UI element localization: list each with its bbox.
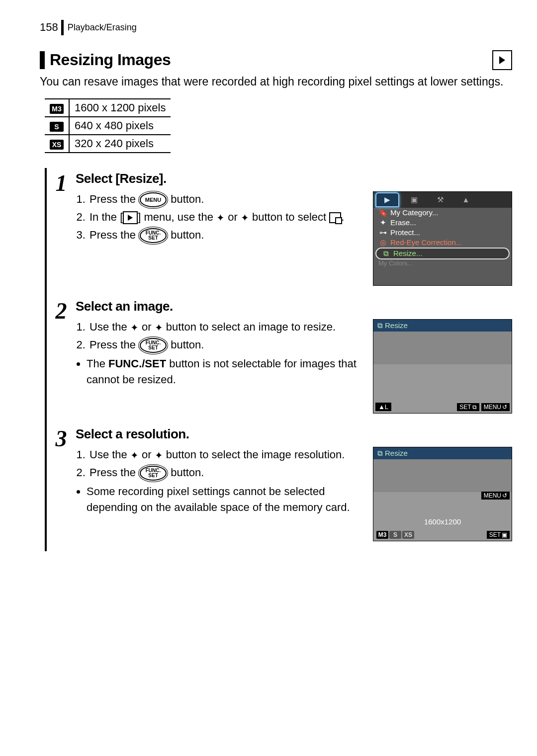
step-number: 2	[50, 300, 73, 323]
arrow-up-icon: ✦	[216, 212, 225, 223]
size-badge-s: S	[50, 122, 64, 132]
table-row: XS 320 x 240 pixels	[45, 135, 171, 153]
page-header: 158 Playback/Erasing	[40, 20, 512, 35]
page-title: Resizing Images	[50, 51, 171, 69]
size-label: 640 x 480 pixels	[69, 117, 171, 135]
chip-xs: XS	[402, 531, 414, 539]
lcd-tab-tools: ⚒	[429, 193, 451, 206]
step-heading: Select an image.	[76, 299, 512, 314]
menu-button-icon: MENU	[140, 192, 167, 207]
chip-m3: M3	[376, 531, 388, 539]
lcd-size-indicator: ▲L	[375, 403, 391, 411]
step-number: 1	[50, 172, 73, 195]
step-2: 2 Select an image. Use the ✦ or ✦ button…	[47, 296, 512, 423]
breadcrumb: Playback/Erasing	[64, 22, 137, 33]
substep: Press the FUNC.SET button.	[89, 227, 365, 243]
arrow-right-icon: ✦	[155, 450, 163, 461]
lcd-resolution-chips: M3 S XS	[376, 531, 414, 539]
table-row: S 640 x 480 pixels	[45, 117, 171, 135]
step-text: Use the ✦ or ✦ button to select an image…	[76, 319, 365, 388]
lcd-menu-item: ⊶Protect...	[373, 228, 512, 238]
lcd-tab-print: ▣	[403, 193, 425, 206]
lcd-tabbar: ▶ ▣ ⚒ ▲	[373, 192, 512, 208]
substep: Press the MENU button.	[89, 191, 365, 207]
lcd-menu-item-selected: ⧉Resize...	[375, 248, 510, 259]
size-badge-xs: XS	[50, 140, 64, 150]
step-text: Press the MENU button. In the [] menu, u…	[76, 191, 365, 245]
title-accent	[40, 51, 45, 69]
lcd-photo-preview: 1600x1200 MENU ↺ SET ▣ M3 S XS	[373, 459, 512, 541]
func-set-button-icon: FUNC.SET	[140, 338, 167, 353]
step-heading: Select a resolution.	[76, 426, 512, 442]
lcd-menu-badge: MENU ↺	[481, 403, 510, 411]
step-note: The FUNC./SET button is not selectable f…	[87, 356, 365, 388]
arrow-left-icon: ✦	[130, 322, 139, 333]
lcd-menu-list: 🔖My Category... ✦Erase... ⊶Protect... ◎R…	[373, 208, 512, 267]
lcd-set-badge: SET ▣	[487, 531, 510, 539]
camera-lcd-menu: ▶ ▣ ⚒ ▲ 🔖My Category... ✦Erase... ⊶Prote…	[373, 191, 512, 286]
lcd-tab-playback: ▶	[375, 192, 399, 207]
step-number: 3	[50, 427, 73, 450]
size-badge-m3: M3	[50, 104, 64, 114]
step-text: Use the ✦ or ✦ button to select the imag…	[76, 447, 365, 515]
intro-paragraph: You can resave images that were recorded…	[40, 74, 512, 89]
title-row: Resizing Images	[40, 50, 512, 70]
resize-icon	[329, 212, 341, 223]
step-heading: Select [Resize].	[76, 171, 512, 186]
step-note: Some recording pixel settings cannot be …	[87, 484, 365, 515]
page-number: 158	[40, 20, 64, 35]
substep: Press the FUNC.SET button.	[89, 465, 365, 481]
lcd-resolution-value: 1600x1200	[424, 517, 461, 526]
arrow-left-icon: ✦	[130, 450, 139, 461]
size-label: 1600 x 1200 pixels	[69, 99, 171, 117]
size-label: 320 x 240 pixels	[69, 135, 171, 153]
lcd-header: ⧉Resize	[373, 447, 512, 459]
lcd-menu-badge: MENU ↺	[481, 492, 510, 500]
size-table: M3 1600 x 1200 pixels S 640 x 480 pixels…	[45, 98, 171, 153]
step-1: 1 Select [Resize]. Press the MENU button…	[47, 168, 512, 296]
arrow-right-icon: ✦	[155, 322, 163, 333]
table-row: M3 1600 x 1200 pixels	[45, 99, 171, 117]
lcd-menu-item-cut: My Colors...	[378, 259, 512, 267]
substep: Use the ✦ or ✦ button to select the imag…	[89, 447, 365, 463]
lcd-set-badge: SET ⧉	[457, 403, 479, 411]
arrow-down-icon: ✦	[241, 212, 249, 223]
lcd-menu-item: ◎Red-Eye Correction...	[373, 238, 512, 248]
lcd-photo-preview: ▲L SET ⧉ MENU ↺	[373, 332, 512, 413]
step-3: 3 Select a resolution. Use the ✦ or ✦ bu…	[47, 423, 512, 551]
chip-s: S	[389, 531, 401, 539]
camera-lcd-resolution-select: ⧉Resize 1600x1200 MENU ↺ SET ▣ M3 S XS	[373, 447, 512, 541]
camera-lcd-image-select: ⧉Resize ▲L SET ⧉ MENU ↺	[373, 319, 512, 414]
func-set-button-icon: FUNC.SET	[140, 466, 167, 481]
playback-menu-icon	[123, 211, 138, 224]
lcd-menu-item: 🔖My Category...	[373, 208, 512, 218]
lcd-menu-item: ✦Erase...	[373, 218, 512, 228]
func-set-button-icon: FUNC.SET	[140, 228, 167, 243]
lcd-header: ⧉Resize	[373, 320, 512, 332]
lcd-tab-user: ▲	[455, 193, 477, 206]
substep: Use the ✦ or ✦ button to select an image…	[89, 319, 365, 335]
steps-container: 1 Select [Resize]. Press the MENU button…	[45, 168, 512, 551]
substep: In the [] menu, use the ✦ or ✦ button to…	[89, 209, 365, 225]
substep: Press the FUNC.SET button.	[89, 337, 365, 353]
playback-mode-icon	[492, 50, 512, 70]
